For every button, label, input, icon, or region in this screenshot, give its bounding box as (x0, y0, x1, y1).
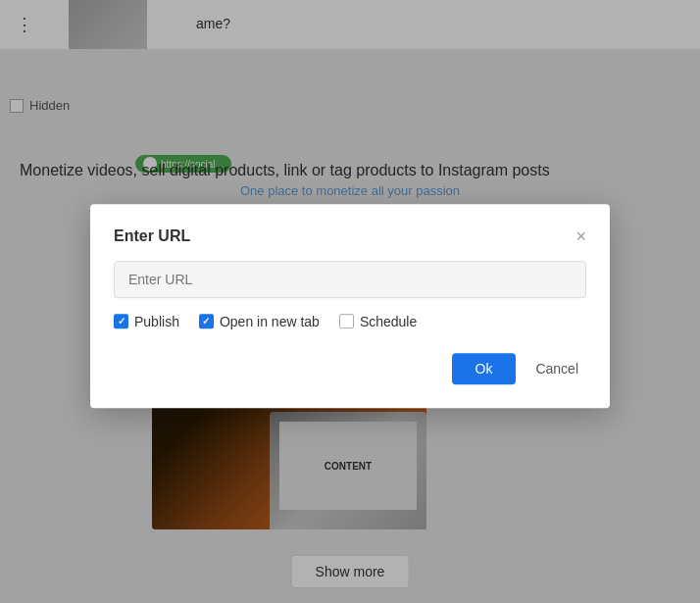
modal-header: Enter URL × (114, 227, 586, 245)
modal-actions: Ok Cancel (114, 353, 586, 384)
schedule-label: Schedule (360, 314, 417, 329)
schedule-option[interactable]: Schedule (339, 314, 417, 329)
publish-label: Publish (134, 314, 179, 329)
modal-options: Publish Open in new tab Schedule (114, 314, 586, 329)
publish-option[interactable]: Publish (114, 314, 179, 329)
schedule-checkbox[interactable] (339, 314, 354, 328)
open-new-tab-checkbox[interactable] (199, 314, 214, 328)
open-new-tab-label: Open in new tab (220, 314, 320, 329)
modal-close-button[interactable]: × (575, 227, 586, 245)
open-new-tab-option[interactable]: Open in new tab (199, 314, 320, 329)
enter-url-modal: Enter URL × Publish Open in new tab Sche… (90, 204, 610, 408)
modal-title: Enter URL (114, 227, 190, 245)
publish-checkbox[interactable] (114, 314, 128, 328)
cancel-button[interactable]: Cancel (527, 353, 586, 384)
ok-button[interactable]: Ok (452, 353, 517, 384)
url-input[interactable] (114, 261, 586, 298)
